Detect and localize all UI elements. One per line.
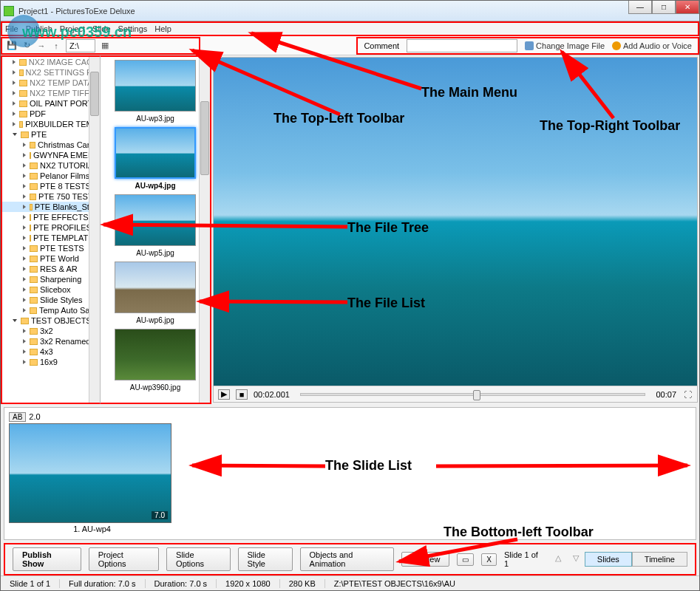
tree-item[interactable]: PTE PROFILES FO [2, 222, 100, 233]
minimize-button[interactable]: — [628, 1, 652, 14]
tree-item[interactable]: PTE TESTS [2, 243, 100, 253]
tree-item[interactable]: OIL PAINT PORTF [2, 98, 100, 109]
tree-item[interactable]: Temp Auto Save [2, 305, 100, 315]
thumb-image[interactable] [115, 194, 196, 246]
menu-publish[interactable]: Publish [26, 24, 52, 33]
slide-options-button[interactable]: Slide Options [166, 547, 230, 571]
image-icon [525, 41, 534, 50]
tree-item[interactable]: Christmas Cards [2, 140, 100, 150]
tree-item[interactable]: TEST OBJECTS [2, 315, 100, 326]
fullscreen-icon[interactable]: ⛶ [682, 389, 693, 400]
tree-item[interactable]: PTE 8 TESTS [2, 181, 100, 191]
status-size: 280 KB [280, 579, 325, 588]
tab-slides[interactable]: Slides [585, 552, 632, 567]
menu-slide[interactable]: Slide [92, 24, 110, 33]
status-full-duration: Full duration: 7.0 s [60, 579, 146, 588]
tree-item[interactable]: PIXBUILDER TEMP [2, 119, 100, 129]
thumb-item[interactable]: AU-wp4.jpg [111, 127, 200, 190]
thumb-name: AU-wp5.jpg [111, 249, 200, 257]
slide-list[interactable]: AB 2.0 7.0 1. AU-wp4 [4, 407, 696, 540]
slide-caption: 1. AU-wp4 [9, 525, 175, 533]
thumb-image[interactable] [115, 60, 196, 112]
stop-button[interactable]: ■ [236, 389, 248, 400]
tree-item[interactable]: 4x3 [2, 346, 100, 357]
view-icon[interactable]: ▦ [100, 41, 110, 51]
thumb-image[interactable] [115, 262, 196, 313]
file-list[interactable]: AU-wp3.jpgAU-wp4.jpgAU-wp5.jpgAU-wp6.jpg… [101, 55, 211, 404]
thumb-item[interactable]: AU-wp3960.jpg [111, 329, 200, 392]
play-button[interactable]: ▶ [218, 389, 230, 400]
menu-settings[interactable]: Settings [118, 24, 148, 33]
thumb-item[interactable]: AU-wp3.jpg [111, 60, 200, 123]
project-options-button[interactable]: Project Options [89, 547, 159, 571]
slide-thumb[interactable]: 7.0 [9, 423, 171, 523]
scrollbar-thumb[interactable] [200, 101, 209, 175]
add-audio-button[interactable]: Add Audio or Voice [612, 41, 692, 50]
tree-item[interactable]: PTE World [2, 253, 100, 264]
thumb-item[interactable]: AU-wp6.jpg [111, 262, 200, 324]
menu-file[interactable]: File [5, 24, 18, 33]
comment-combo[interactable] [407, 39, 517, 52]
tree-item[interactable]: NX2 SETTINGS FIL [2, 67, 100, 78]
tree-item[interactable]: NX2 TEMP TIFFS [2, 88, 100, 98]
menu-help[interactable]: Help [154, 24, 171, 33]
main-menu: File Publish Project Slide Settings Help [1, 21, 699, 36]
publish-button[interactable]: Publish Show [13, 547, 81, 571]
timebar: ▶ ■ 00:02.001 00:07 ⛶ [214, 386, 697, 402]
tree-item[interactable]: PDF [2, 109, 100, 119]
forward-icon[interactable]: → [36, 41, 47, 51]
up-icon[interactable]: ↑ [51, 41, 61, 51]
refresh-icon[interactable]: ↻ [21, 41, 32, 51]
icon-button-1[interactable]: ▭ [457, 553, 474, 566]
slider-thumb[interactable] [473, 390, 480, 400]
statusbar: Slide 1 of 1 Full duration: 7.0 s Durati… [1, 575, 699, 590]
tree-item[interactable]: NX2 TUTORIAL [2, 160, 100, 171]
tree-item[interactable]: PTE [2, 129, 100, 140]
tree-item[interactable]: 3x2 [2, 326, 100, 336]
objects-animation-button[interactable]: Objects and Animation [300, 547, 395, 571]
drive-combo[interactable]: Z:\ [66, 39, 95, 52]
comment-label: Comment [364, 41, 399, 50]
status-slide: Slide 1 of 1 [1, 579, 60, 588]
icon-button-x[interactable]: X [481, 553, 497, 566]
maximize-button[interactable]: □ [652, 1, 676, 14]
tree-item[interactable]: NX2 IMAGE CACH [2, 57, 100, 67]
tree-scrollbar[interactable] [89, 57, 100, 403]
slide-style-button[interactable]: Slide Style [238, 547, 293, 571]
tree-item[interactable]: PTE 750 TESTS [2, 191, 100, 202]
status-resolution: 1920 x 1080 [217, 579, 280, 588]
preview-image [214, 58, 697, 386]
close-button[interactable]: ✕ [676, 1, 699, 14]
tree-item[interactable]: Slide Styles [2, 295, 100, 305]
app-icon [4, 6, 14, 16]
tree-item[interactable]: PTE TEMPLATES [2, 233, 100, 243]
nav-down[interactable]: ▽ [567, 552, 585, 567]
disk-icon[interactable]: 💾 [7, 41, 17, 51]
titlebar: Project1 - PicturesToExe Deluxe — □ ✕ [1, 1, 699, 21]
file-tree[interactable]: NX2 IMAGE CACHNX2 SETTINGS FILNX2 TEMP D… [1, 55, 101, 404]
slide-item[interactable]: AB 2.0 7.0 1. AU-wp4 [9, 412, 175, 533]
status-duration: Duration: 7.0 s [146, 579, 217, 588]
tab-timeline[interactable]: Timeline [632, 552, 687, 567]
thumb-image[interactable] [115, 127, 196, 179]
time-slider[interactable] [300, 393, 646, 396]
menu-project[interactable]: Project [60, 24, 85, 33]
preview-button[interactable]: Preview [401, 552, 449, 567]
tree-item[interactable]: Sharpening [2, 274, 100, 284]
scrollbar-thumb[interactable] [90, 72, 99, 116]
change-image-button[interactable]: Change Image File [525, 41, 605, 50]
tree-item[interactable]: NX2 TEMP DATA [2, 78, 100, 88]
thumb-item[interactable]: AU-wp5.jpg [111, 194, 200, 257]
nav-up[interactable]: △ [549, 552, 567, 567]
tree-item[interactable]: Slicebox [2, 284, 100, 295]
tree-item[interactable]: Pelanor Films [2, 171, 100, 181]
tree-item[interactable]: GWYNFA EMERG [2, 150, 100, 160]
tree-item[interactable]: 3x2 Renamed [2, 336, 100, 346]
status-path: Z:\PTE\TEST OBJECTS\16x9\AU [325, 579, 464, 588]
tree-item[interactable]: PTE EFFECTS FO [2, 212, 100, 222]
thumb-image[interactable] [115, 329, 196, 380]
list-scrollbar[interactable] [199, 57, 210, 403]
tree-item[interactable]: RES & AR [2, 264, 100, 274]
tree-item[interactable]: 16x9 [2, 357, 100, 367]
tree-item[interactable]: PTE Blanks_Strol [2, 202, 100, 212]
